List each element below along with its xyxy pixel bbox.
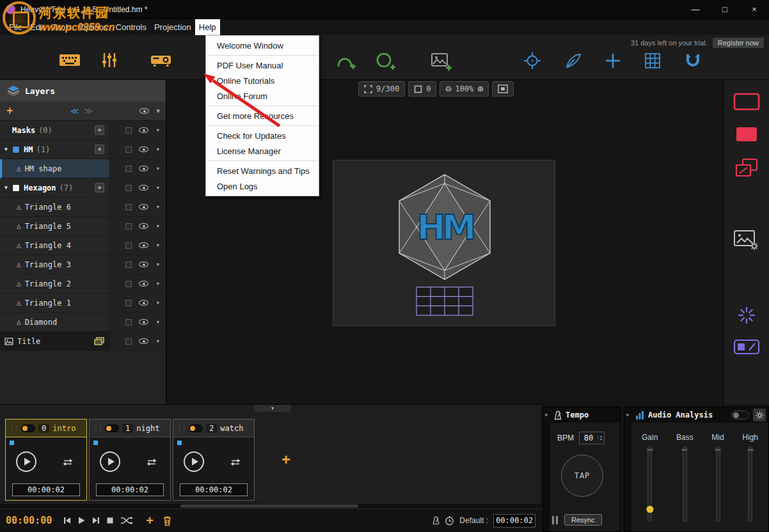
layer-row-masks[interactable]: Masks (0) + ▾ xyxy=(0,121,166,140)
close-button[interactable]: × xyxy=(740,0,769,19)
border-style-icon[interactable] xyxy=(733,93,760,111)
add-shape-to-group-button[interactable]: + xyxy=(95,183,104,192)
layer-row-hm-group[interactable]: ▼ HM (1) + ▾ xyxy=(0,140,166,159)
drag-handle-icon[interactable]: ⋮⋮ xyxy=(177,425,186,432)
chevron-down-icon[interactable]: ▾ xyxy=(155,318,160,326)
audio-enable-toggle[interactable] xyxy=(731,411,749,419)
play-button[interactable] xyxy=(78,517,85,524)
bpm-input[interactable] xyxy=(580,434,598,442)
layer-row-title[interactable]: Title ▾ xyxy=(0,332,166,351)
layer-checkbox[interactable] xyxy=(125,338,132,345)
chevron-down-icon[interactable]: ▾ xyxy=(155,164,160,173)
keyboard-shortcuts-icon[interactable] xyxy=(59,52,81,68)
expander-icon[interactable]: ▼ xyxy=(4,185,12,191)
sequence-duration[interactable]: 00:00:02 xyxy=(180,483,248,496)
visibility-eye-icon[interactable] xyxy=(139,146,148,152)
gain-slider[interactable] xyxy=(647,446,652,522)
sequence-card-0[interactable]: ⋮⋮ 0 intro ▴ 00:00:02 xyxy=(5,419,87,501)
minimize-button[interactable]: — xyxy=(681,0,710,19)
layer-color-swatch[interactable] xyxy=(12,184,20,192)
chevron-down-icon[interactable]: ▾ xyxy=(156,107,160,115)
menu-edit[interactable]: Edit xyxy=(26,19,48,35)
loop-icon[interactable] xyxy=(146,458,157,467)
audio-collapse-strip[interactable]: ▸ xyxy=(624,407,631,531)
copy-style-icon[interactable] xyxy=(735,158,758,178)
layer-row-hexagon-group[interactable]: ▼ Hexagon (7) + ▾ xyxy=(0,178,166,198)
shuffle-button[interactable] xyxy=(120,516,133,525)
drag-handle-icon[interactable]: ⋮⋮ xyxy=(9,425,18,432)
layer-checkbox[interactable] xyxy=(125,262,132,268)
menu-item-get-more-resources[interactable]: Get more Resources xyxy=(206,108,319,123)
add-layer-button[interactable]: + xyxy=(6,104,22,118)
layer-row-triangle-5[interactable]: △ Triangle 5 ▾ xyxy=(0,217,166,236)
scrollbar-thumb[interactable] xyxy=(180,505,358,508)
menu-controls[interactable]: Controls xyxy=(112,19,150,35)
fill-style-icon[interactable] xyxy=(735,126,758,143)
bass-slider[interactable] xyxy=(683,446,687,522)
layer-row-diamond[interactable]: △ Diamond ▾ xyxy=(0,313,166,332)
media-settings-icon[interactable] xyxy=(733,228,760,251)
layer-checkbox[interactable] xyxy=(125,223,132,230)
tap-tempo-button[interactable]: TAP xyxy=(561,455,603,497)
visibility-eye-icon[interactable] xyxy=(139,204,148,210)
skip-start-button[interactable] xyxy=(63,517,71,524)
mid-slider[interactable] xyxy=(716,446,720,522)
register-now-button[interactable]: Register now xyxy=(713,38,764,48)
visibility-eye-icon[interactable] xyxy=(139,185,148,191)
chevron-down-icon[interactable]: ▾ xyxy=(155,126,160,134)
panel-collapse-tab[interactable]: ▾ xyxy=(254,405,291,412)
layer-checkbox[interactable] xyxy=(125,166,132,172)
high-slider[interactable] xyxy=(748,446,752,522)
grid-warp-icon[interactable] xyxy=(644,52,661,69)
gain-knob[interactable] xyxy=(646,506,653,513)
menu-item-reset-warnings[interactable]: Reset Warnings and Tips xyxy=(206,163,319,178)
add-freeform-shape-icon[interactable] xyxy=(336,52,356,71)
layer-checkbox[interactable] xyxy=(125,281,132,287)
move-layer-backward-icon[interactable]: ≪ xyxy=(70,106,79,116)
skip-end-button[interactable] xyxy=(92,517,100,524)
layer-checkbox[interactable] xyxy=(125,242,132,249)
layer-checkbox[interactable] xyxy=(125,300,132,306)
menu-item-online-tutorials[interactable]: Online Tutorials xyxy=(206,73,319,88)
tempo-collapse-strip[interactable]: ▸ xyxy=(543,407,550,531)
audio-settings-button[interactable] xyxy=(753,409,766,421)
add-mask-button[interactable]: + xyxy=(95,125,104,135)
menu-item-open-logs[interactable]: Open Logs xyxy=(206,178,319,194)
layer-checkbox[interactable] xyxy=(125,127,132,134)
drag-handle-icon[interactable]: ⋮⋮ xyxy=(93,425,102,432)
menu-help[interactable]: Help xyxy=(195,19,220,35)
chevron-down-icon[interactable]: ▾ xyxy=(155,337,160,345)
chevron-down-icon[interactable]: ▾ xyxy=(155,222,160,230)
visibility-eye-icon[interactable] xyxy=(139,127,148,133)
fit-view-button[interactable] xyxy=(492,81,514,97)
chevron-down-icon[interactable]: ▾ xyxy=(155,279,160,288)
visibility-eye-icon[interactable] xyxy=(139,338,148,344)
spinner-down-icon[interactable]: ▾ xyxy=(600,438,602,441)
resync-button[interactable]: Resync xyxy=(564,514,602,526)
chevron-down-icon[interactable]: ▾ xyxy=(155,184,160,192)
sequence-toggle[interactable] xyxy=(105,425,119,432)
add-media-image-icon[interactable] xyxy=(431,52,452,71)
delete-sequence-button[interactable] xyxy=(163,515,172,526)
layer-row-triangle-6[interactable]: △ Triangle 6 ▾ xyxy=(0,198,166,217)
menu-item-check-for-updates[interactable]: Check for Updates xyxy=(206,128,319,143)
magnet-snap-icon[interactable] xyxy=(685,52,701,69)
add-sequence-button[interactable]: + xyxy=(281,451,290,469)
menu-item-license-manager[interactable]: License Manager xyxy=(206,143,319,159)
visibility-eye-icon[interactable] xyxy=(139,108,149,114)
projection-preview-stage[interactable]: HM xyxy=(333,160,555,326)
zoom-out-button[interactable]: ⊖ xyxy=(445,83,451,95)
default-duration-value[interactable]: 00:00:02 xyxy=(493,514,535,528)
layer-row-triangle-3[interactable]: △ Triangle 3 ▾ xyxy=(0,255,166,274)
loop-icon[interactable] xyxy=(230,458,241,467)
toggle-transition-icon[interactable] xyxy=(733,338,760,356)
chevron-down-icon[interactable]: ▾ xyxy=(155,203,160,211)
layer-color-swatch[interactable] xyxy=(12,146,20,153)
crosshair-target-icon[interactable] xyxy=(523,52,541,70)
projector-output-icon[interactable] xyxy=(150,52,173,68)
layer-checkbox[interactable] xyxy=(125,319,132,325)
menu-options[interactable]: Options xyxy=(75,19,112,35)
sequence-card-1[interactable]: ⋮⋮ 1 night 00:00:02 xyxy=(89,419,171,501)
menu-file[interactable]: File xyxy=(5,19,26,35)
menu-item-pdf-user-manual[interactable]: PDF User Manual xyxy=(206,58,319,73)
